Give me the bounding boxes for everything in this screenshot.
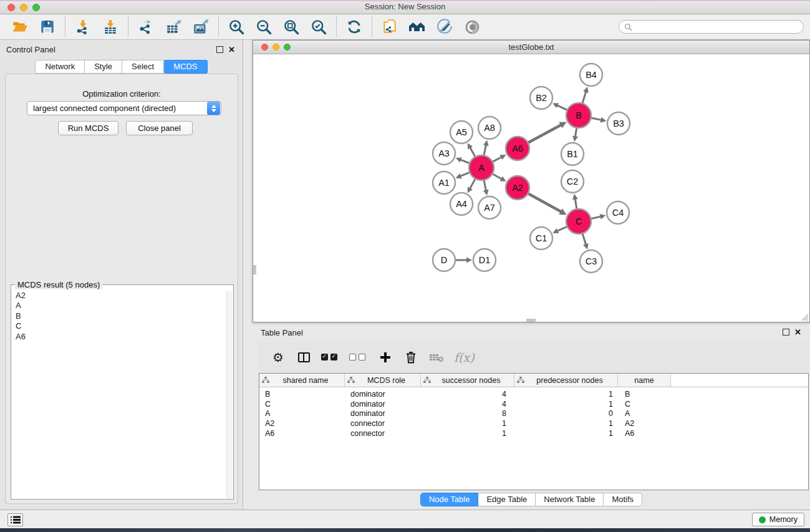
column-header-name[interactable]: name (618, 374, 671, 387)
hierarchy-icon (262, 377, 269, 384)
float-table-panel-icon[interactable] (783, 329, 789, 336)
tab-edge-table[interactable]: Edge Table (478, 493, 536, 506)
close-panel-icon[interactable]: ✕ (228, 45, 235, 54)
column-header-mcds-role[interactable]: MCDS role (345, 374, 421, 387)
delete-table-icon[interactable] (428, 348, 445, 367)
toolbar-separator (128, 17, 128, 37)
zoom-fit-icon[interactable] (282, 17, 301, 36)
graph-edge-arrowhead (583, 87, 589, 93)
add-column-icon[interactable] (377, 348, 393, 367)
result-scrollbar[interactable] (226, 291, 233, 498)
search-field[interactable] (635, 22, 798, 32)
tab-node-table[interactable]: Node Table (420, 493, 479, 506)
resize-grip-icon[interactable] (800, 312, 809, 321)
open-session-icon[interactable] (11, 17, 29, 36)
tab-network-table[interactable]: Network Table (536, 493, 604, 506)
maximize-view-button[interactable] (284, 44, 291, 51)
save-session-icon[interactable] (38, 17, 57, 36)
deselect-all-columns-icon[interactable] (349, 348, 368, 367)
graph-edge-arrowhead (572, 136, 578, 142)
graph-node-label: A1 (438, 178, 450, 188)
mcds-result-list[interactable]: A2 A B C A6 (12, 291, 226, 498)
table-row[interactable]: Bdominator41B (259, 389, 808, 399)
network-window-titlebar[interactable]: testGlobe.txt (253, 41, 809, 54)
close-view-button[interactable] (261, 44, 268, 51)
graph-edge-A6-B[interactable] (524, 125, 561, 145)
minimize-window-button[interactable] (20, 4, 27, 11)
column-header-shared-name[interactable]: shared name (259, 374, 345, 387)
list-icon (11, 516, 21, 524)
table-row[interactable]: Adominator80A (259, 409, 808, 418)
table-row[interactable]: A6connector11A6 (259, 428, 808, 438)
graph-node-label: C1 (536, 233, 547, 243)
list-item[interactable]: A (12, 301, 226, 311)
graph-edge-A2-C[interactable] (524, 191, 561, 212)
export-image-icon[interactable] (191, 17, 210, 36)
network-canvas[interactable]: B4B2BB3A5A8A6A3AB1A1C2A4A7A2C4CC1C3DD1 (253, 54, 809, 322)
list-item[interactable]: B (12, 311, 226, 321)
import-network-icon[interactable] (74, 17, 92, 36)
function-builder-icon[interactable]: f(x) (454, 348, 475, 367)
table-row[interactable]: Cdominator41C (259, 399, 808, 409)
mcds-result-title: MCDS result (5 nodes) (15, 280, 102, 289)
zoom-in-icon[interactable] (227, 17, 246, 36)
refresh-icon[interactable] (345, 17, 364, 36)
task-history-button[interactable] (7, 513, 23, 526)
memory-label: Memory (769, 515, 798, 524)
graph-node-label: B1 (567, 149, 578, 159)
run-mcds-button[interactable]: Run MCDS (58, 121, 118, 135)
column-header-predecessor-nodes[interactable]: predecessor nodes (514, 374, 618, 387)
genemania-home-icon[interactable] (408, 17, 427, 36)
graph-node-label: C2 (567, 177, 579, 186)
network-view-window: testGlobe.txt B4B2BB3A5A8A6A3AB1A1C2A4A7… (253, 40, 810, 322)
hide-annotations-icon[interactable] (435, 17, 454, 36)
memory-button[interactable]: Memory (752, 513, 804, 526)
close-panel-button[interactable]: Close panel (126, 121, 193, 135)
chevron-up-down-icon (207, 102, 220, 115)
delete-column-icon[interactable] (403, 348, 419, 367)
clone-network-icon[interactable] (380, 17, 399, 36)
zoom-selected-icon[interactable] (309, 17, 328, 36)
graph-node-label: B (576, 110, 582, 120)
zoom-out-icon[interactable] (254, 17, 273, 36)
close-table-panel-icon[interactable]: ✕ (794, 327, 801, 337)
criterion-selected-value: largest connected component (directed) (27, 104, 207, 113)
graph-node-label: B3 (613, 118, 624, 128)
graph-node-label: A5 (456, 127, 467, 137)
export-table-icon[interactable] (164, 17, 183, 36)
list-item[interactable]: A2 (12, 291, 226, 301)
tab-style[interactable]: Style (85, 60, 122, 74)
network-graph[interactable]: B4B2BB3A5A8A6A3AB1A1C2A4A7A2C4CC1C3DD1 (253, 54, 809, 322)
table-row[interactable]: A2connector11A2 (259, 418, 808, 428)
toolbar-separator (65, 17, 65, 37)
export-network-icon[interactable] (137, 17, 155, 36)
show-graphics-icon[interactable] (463, 17, 481, 36)
toolbar-separator (336, 17, 337, 37)
minimize-view-button[interactable] (272, 44, 279, 51)
table-panel: Table Panel ✕ ⚙ f(x) shared name MCDS ro… (253, 324, 810, 510)
close-window-button[interactable] (7, 4, 15, 11)
control-panel-tabs: Network Style Select MCDS (0, 60, 243, 74)
tab-network[interactable]: Network (35, 60, 85, 74)
mcds-result-box: MCDS result (5 nodes) A2 A B C A6 (11, 284, 234, 500)
desktop-background-strip (0, 528, 810, 532)
float-panel-icon[interactable] (216, 46, 223, 53)
vertical-scroll-mark[interactable] (253, 265, 256, 274)
criterion-select[interactable]: largest connected component (directed) (27, 101, 221, 115)
maximize-window-button[interactable] (32, 4, 40, 11)
import-table-icon[interactable] (101, 17, 120, 36)
select-all-columns-icon[interactable] (321, 348, 340, 367)
tab-select[interactable]: Select (122, 60, 164, 74)
tab-mcds[interactable]: MCDS (164, 60, 207, 74)
show-columns-icon[interactable] (296, 348, 312, 367)
list-item[interactable]: A6 (12, 332, 226, 342)
horizontal-scroll-mark[interactable] (526, 319, 536, 322)
graph-node-label: A7 (484, 203, 495, 213)
node-table[interactable]: shared name MCDS role successor nodes pr… (259, 373, 809, 490)
list-item[interactable]: C (12, 321, 226, 331)
toolbar-separator (218, 17, 219, 37)
tab-motifs[interactable]: Motifs (604, 493, 642, 506)
search-input[interactable] (619, 20, 804, 34)
table-settings-gear-icon[interactable]: ⚙ (270, 348, 286, 367)
column-header-successor-nodes[interactable]: successor nodes (421, 374, 514, 387)
